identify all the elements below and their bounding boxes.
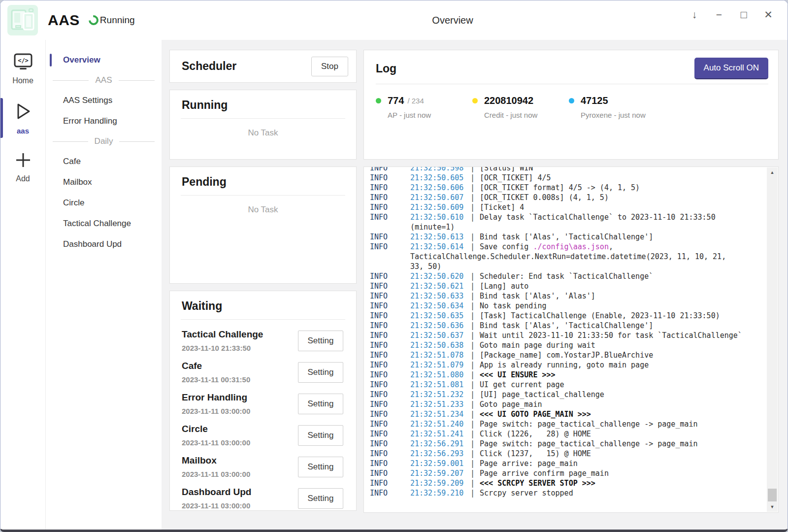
log-row: INFO21:32:50.621|[Lang] auto <box>370 281 763 291</box>
scrollbar-thumb[interactable] <box>768 489 777 501</box>
log-level: INFO <box>370 173 410 183</box>
stat-top: 47125 <box>569 95 665 106</box>
log-level: INFO <box>370 340 410 350</box>
log-level: INFO <box>370 380 410 390</box>
nav-item-mailbox[interactable]: Mailbox <box>46 172 162 193</box>
log-row: INFO21:32:50.610|Delay task `TacticalCha… <box>370 212 763 222</box>
waiting-task-info: Circle2023-11-11 03:00:00 <box>182 424 250 447</box>
log-message: Page switch: page_tactical_challenge -> … <box>480 420 698 429</box>
log-row: INFO21:32:50.607|[OCR_TICKET 0.008s] (4,… <box>370 193 763 202</box>
log-timestamp: 21:32:50.637 <box>410 331 469 340</box>
log-card: Log Auto Scroll ON 774/ 234AP - just now… <box>363 50 779 160</box>
log-message: (minute=1) <box>410 223 455 232</box>
log-level: INFO <box>370 390 410 399</box>
log-row: INFO21:32:50.614|Save config ./config\aa… <box>370 242 763 252</box>
log-message: UI get current page <box>480 380 564 389</box>
setting-button[interactable]: Setting <box>298 362 343 383</box>
log-timestamp: 21:32:51.079 <box>410 360 469 370</box>
log-level: INFO <box>370 488 410 498</box>
minimize-button[interactable]: − <box>707 4 731 25</box>
log-timestamp: 21:32:59.210 <box>410 488 469 498</box>
log-timestamp: 21:32:51.081 <box>410 380 469 390</box>
plus-icon <box>14 151 33 171</box>
nav-item-cafe[interactable]: Cafe <box>46 151 162 172</box>
rail-item-label: Home <box>12 76 33 85</box>
log-timestamp: 21:32:56.293 <box>410 449 469 459</box>
nav-item-tactical-challenge[interactable]: Tactical Challenge <box>46 213 162 234</box>
log-scrollbar[interactable]: ▲ ▼ <box>767 167 778 512</box>
log-row: INFO21:32:51.080|<<< UI ENSURE >>> <box>370 370 763 380</box>
app-window: AAS Running Overview ↓−□✕ </>HomeaasAdd … <box>0 0 788 532</box>
setting-button[interactable]: Setting <box>298 425 343 446</box>
scroll-down-icon[interactable]: ▼ <box>767 502 778 512</box>
log-row: INFO21:32:50.637|Wait until 2023-11-10 2… <box>370 331 763 340</box>
log-message: [OCR_TICKET] 4/5 <box>480 173 551 182</box>
log-timestamp: 21:32:51.233 <box>410 399 469 409</box>
log-message: Page arrive: page_main <box>480 459 578 468</box>
log-message: Wait until 2023-11-10 21:33:50 for task … <box>480 331 742 340</box>
log-row: INFO21:32:50.598|[Status] WIN <box>370 166 763 173</box>
nav-item-error-handling[interactable]: Error Handling <box>46 111 162 132</box>
log-level: INFO <box>370 291 410 301</box>
log-row: INFO21:32:56.291|Page switch: page_tacti… <box>370 439 763 449</box>
rail-item-add[interactable]: Add <box>0 149 45 185</box>
log-row: INFO21:32:56.293|Click (1237, 15) @ HOME <box>370 449 763 459</box>
log-level: INFO <box>370 331 410 340</box>
setting-button[interactable]: Setting <box>298 457 343 477</box>
setting-button[interactable]: Setting <box>298 331 343 351</box>
log-row: INFO21:32:50.638|Goto main page during w… <box>370 340 763 350</box>
nav-item-circle[interactable]: Circle <box>46 193 162 213</box>
log-level: INFO <box>370 193 410 202</box>
waiting-task-name: Tactical Challenge <box>182 329 263 340</box>
log-level: INFO <box>370 350 410 360</box>
maximize-button[interactable]: □ <box>731 4 756 25</box>
waiting-task-info: Error Handling2023-11-11 03:00:00 <box>182 392 250 415</box>
log-message: Delay task `TacticalChallenge` to 2023-1… <box>480 213 716 222</box>
auto-scroll-button[interactable]: Auto Scroll ON <box>694 58 768 79</box>
log-lines: INFO21:32:50.598|[Status] WININFO21:32:5… <box>370 166 763 498</box>
log-timestamp: 21:32:51.078 <box>410 350 469 360</box>
stat-item: 47125Pyroxene - just now <box>569 95 665 119</box>
log-row: INFO21:32:51.234|<<< UI GOTO PAGE_MAIN >… <box>370 409 763 419</box>
log-level: INFO <box>370 449 410 459</box>
stop-button[interactable]: Stop <box>311 57 348 76</box>
svg-text:</>: </> <box>18 57 29 64</box>
log-message: , <box>609 242 613 251</box>
stat-label: AP - just now <box>388 111 472 119</box>
nav-item-dashboard-upd[interactable]: Dashboard Upd <box>46 234 162 255</box>
rail-item-home[interactable]: </>Home <box>0 51 45 87</box>
waiting-task-next-run: 2023-11-11 00:31:50 <box>182 375 250 384</box>
log-timestamp: 21:32:50.635 <box>410 311 469 321</box>
nav-item-aas-settings[interactable]: AAS Settings <box>46 90 162 111</box>
code-monitor-icon: </> <box>13 53 33 73</box>
section-line <box>53 141 88 142</box>
setting-button[interactable]: Setting <box>298 488 343 509</box>
log-separator: | <box>470 400 475 409</box>
log-row: INFO21:32:59.210|Scrcpy server stopped <box>370 488 763 498</box>
log-row: INFO21:32:51.078|[Package_name] com.Yost… <box>370 350 763 360</box>
log-message: [OCR_TICKET format] 4/5 -> (4, 1, 5) <box>480 183 640 192</box>
update-button[interactable]: ↓ <box>682 4 707 25</box>
scroll-up-icon[interactable]: ▲ <box>767 167 778 177</box>
waiting-task-next-run: 2023-11-10 21:33:50 <box>182 344 263 352</box>
left-rail: </>HomeaasAdd <box>0 40 46 530</box>
log-message: 33, 50) <box>410 262 441 271</box>
log-message: TacticalChallenge.Scheduler.NextRun=date… <box>410 252 726 261</box>
log-level: INFO <box>370 281 410 291</box>
setting-button[interactable]: Setting <box>298 394 343 414</box>
log-row: TacticalChallenge.Scheduler.NextRun=date… <box>370 252 763 262</box>
log-message: Click (1237, 15) @ HOME <box>480 449 591 458</box>
log-title: Log <box>376 62 396 75</box>
log-row: INFO21:32:59.209|<<< SCRCPY SERVER STOP … <box>370 478 763 488</box>
rail-item-aas[interactable]: aas <box>0 99 45 137</box>
log-row: INFO21:32:51.081|UI get current page <box>370 380 763 390</box>
rail-item-label: Add <box>16 174 30 183</box>
log-separator: | <box>470 233 475 241</box>
log-message: Page arrive confirm page_main <box>480 469 609 478</box>
log-timestamp: 21:32:50.609 <box>410 202 469 212</box>
nav-item-overview[interactable]: Overview <box>46 50 162 70</box>
play-icon <box>14 101 33 124</box>
section-label: AAS <box>95 75 112 85</box>
log-output[interactable]: INFO21:32:50.598|[Status] WININFO21:32:5… <box>363 166 779 513</box>
close-button[interactable]: ✕ <box>756 4 781 25</box>
